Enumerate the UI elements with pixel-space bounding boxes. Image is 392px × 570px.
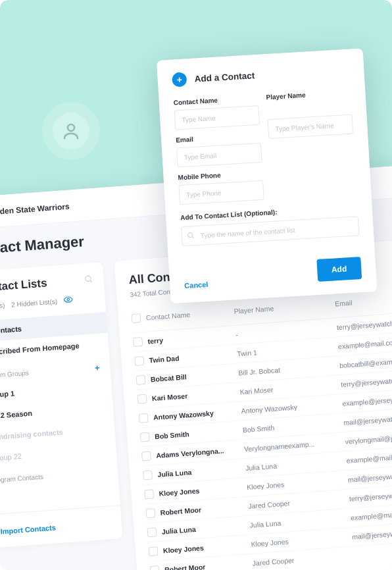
avatar-placeholder — [42, 102, 100, 160]
mobile-phone-label: Mobile Phone — [178, 167, 263, 182]
contact-name-cell[interactable]: Robert Moor — [160, 502, 246, 516]
svg-line-2 — [90, 280, 92, 282]
svg-point-1 — [85, 276, 91, 282]
th-player-name[interactable]: Player Name — [233, 300, 332, 315]
player-name-cell: Kari Moser — [239, 380, 338, 396]
email-cell: example@mail.com — [351, 504, 392, 522]
email-cell: mail@jerseywatch.com — [343, 409, 392, 427]
import-contacts-link[interactable]: + Import Contacts — [0, 523, 56, 536]
contact-name-cell[interactable]: Julia Luna — [161, 521, 247, 535]
row-checkbox[interactable] — [149, 546, 159, 556]
search-icon[interactable] — [84, 274, 93, 286]
email-cell: terry@jerseywatch.com — [341, 371, 392, 388]
contact-name-cell[interactable]: Adams Verylongna... — [156, 445, 242, 459]
player-name-cell: Bob Smith — [242, 419, 341, 434]
sidebar: Contact Lists 12 List(s) 2 Hidden List(s… — [0, 262, 123, 548]
row-checkbox[interactable] — [147, 527, 157, 537]
row-checkbox[interactable] — [135, 375, 145, 385]
player-name-cell: Bill Jr. Bobcat — [238, 361, 337, 376]
row-checkbox[interactable] — [145, 508, 155, 518]
player-name-cell: Jared Cooper — [252, 552, 351, 567]
svg-line-5 — [192, 236, 193, 238]
row-checkbox[interactable] — [139, 413, 149, 423]
program-contacts-label: Program Contacts — [0, 473, 43, 484]
player-name-cell: Kloey Jones — [251, 533, 349, 548]
row-checkbox[interactable] — [137, 394, 147, 404]
team-name: Golden State Warriors — [0, 202, 70, 217]
sidebar-title: Contact Lists — [0, 276, 47, 295]
row-checkbox[interactable] — [134, 356, 144, 366]
contact-name-cell[interactable]: Twin Dad — [149, 350, 235, 364]
person-icon — [61, 121, 81, 141]
select-all-checkbox[interactable] — [132, 313, 141, 323]
plus-circle-icon: + — [172, 72, 187, 87]
visibility-icon[interactable] — [63, 295, 73, 306]
email-cell: bobcatbill@example.com — [339, 352, 392, 370]
email-cell: terry@jerseywatch.com — [336, 314, 392, 332]
svg-point-4 — [188, 232, 193, 237]
row-checkbox[interactable] — [133, 337, 143, 347]
table-body: terry-terry@jerseywatch.com(555)Twin Dad… — [133, 302, 392, 570]
email-input[interactable] — [176, 143, 262, 168]
email-cell: mail@jerseywatch.com — [352, 523, 392, 541]
email-cell: example@mail.com — [338, 333, 392, 351]
custom-groups-label: Custom Groups — [0, 369, 29, 380]
player-name-cell: Julia Luna — [249, 514, 348, 529]
row-checkbox[interactable] — [150, 565, 160, 570]
player-name-cell: Antony Wazowsky — [241, 400, 339, 415]
contact-name-cell[interactable]: Robert Moor — [164, 559, 251, 570]
row-checkbox[interactable] — [141, 452, 151, 461]
add-group-button[interactable]: + — [94, 363, 100, 373]
row-checkbox[interactable] — [144, 489, 154, 499]
email-cell: mail@jerseywatch.com — [347, 466, 392, 484]
player-name-cell: - — [235, 324, 334, 339]
contact-name-cell[interactable]: Kloey Jones — [159, 483, 245, 497]
contact-name-cell[interactable]: Julia Luna — [157, 464, 243, 478]
contact-name-cell[interactable]: Kari Moser — [152, 388, 238, 402]
hidden-count: 2 Hidden List(s) — [11, 298, 58, 308]
email-cell: example@jerseywatch.com — [342, 390, 392, 407]
email-cell: verylongmail@jerseywatch.com — [345, 428, 392, 446]
player-name-input[interactable] — [268, 115, 354, 140]
email-cell: terry@jerseywatch.com — [349, 485, 392, 503]
contact-name-cell[interactable]: Bobcat Bill — [150, 369, 236, 383]
player-name-cell: Twin 1 — [237, 343, 335, 358]
list-count: 12 List(s) — [0, 301, 5, 311]
contact-name-cell[interactable]: Bob Smith — [155, 427, 241, 440]
add-button[interactable]: Add — [316, 257, 362, 282]
svg-point-0 — [68, 124, 74, 131]
th-contact-name[interactable]: Contact Name — [146, 307, 232, 321]
contact-name-cell[interactable]: terry — [147, 331, 233, 345]
row-checkbox[interactable] — [140, 432, 150, 442]
email-cell — [353, 546, 392, 556]
row-checkbox[interactable] — [143, 470, 153, 480]
player-name-cell: Kloey Jones — [247, 476, 345, 491]
svg-point-3 — [67, 298, 70, 301]
contact-name-cell[interactable]: Antony Wazowsky — [153, 407, 239, 421]
contact-name-input[interactable] — [174, 105, 260, 130]
player-name-cell: Julia Luna — [245, 457, 344, 472]
search-icon — [186, 230, 195, 242]
modal-title: Add a Contact — [194, 70, 255, 84]
email-label: Email — [176, 129, 261, 144]
cancel-button[interactable]: Cancel — [184, 280, 208, 290]
email-cell: example@mail.com — [346, 447, 392, 465]
add-contact-modal: + Add a Contact Contact Name Player Name… — [157, 48, 377, 303]
contact-name-cell[interactable]: Kloey Jones — [163, 540, 249, 554]
player-name-cell: Jared Cooper — [248, 495, 347, 510]
player-name-cell: Verylongnameexamp... — [244, 438, 343, 453]
